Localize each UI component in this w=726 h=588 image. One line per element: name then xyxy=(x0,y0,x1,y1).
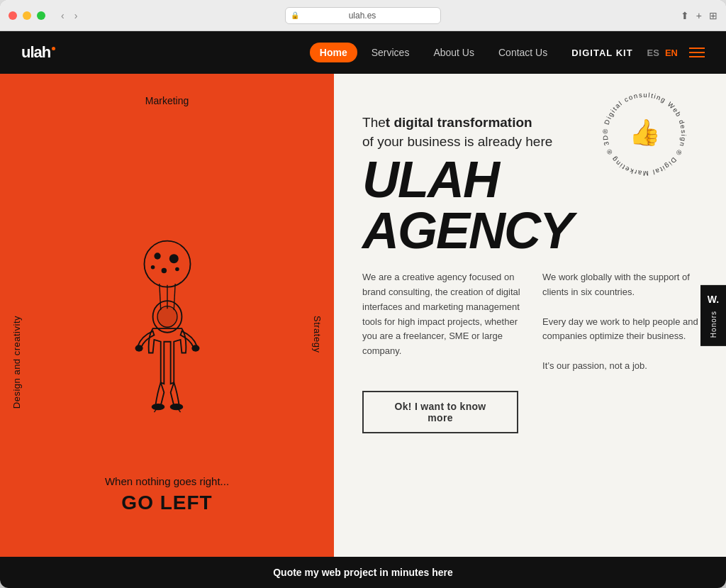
honors-text: Honors xyxy=(710,310,717,337)
main-content: Marketing Design and creativity Strategy xyxy=(0,74,726,557)
headline-normal: The xyxy=(362,115,386,130)
logo[interactable]: ulah xyxy=(21,43,55,62)
digital-kit-link[interactable]: DIGITAL KIT xyxy=(571,48,632,58)
navbar: ulah Home Services About Us Contact Us D… xyxy=(0,31,726,74)
w-letter: W. xyxy=(708,293,719,304)
svg-point-4 xyxy=(175,267,179,271)
side-w-button[interactable]: W. Honors xyxy=(700,284,726,345)
browser-window: ‹ › 🔒 ⬆ + ⊞ ulah Home Services About xyxy=(0,0,726,588)
lock-icon: 🔒 xyxy=(291,11,299,19)
new-tab-button[interactable]: + xyxy=(696,10,702,21)
svg-point-14 xyxy=(169,404,183,410)
astronaut-svg xyxy=(96,238,238,422)
nav-home[interactable]: Home xyxy=(310,43,357,62)
right-panel: 👍 ® Digital consulting Web design ® Digi… xyxy=(334,74,726,557)
minimize-button[interactable] xyxy=(23,11,31,20)
svg-point-12 xyxy=(191,345,199,351)
desc-col-1: We are a creative agency focused on bran… xyxy=(362,270,521,374)
back-button[interactable]: ‹ xyxy=(58,9,67,23)
svg-point-2 xyxy=(169,254,178,263)
hamburger-line-2 xyxy=(689,52,705,53)
left-panel: Marketing Design and creativity Strategy xyxy=(0,74,334,557)
svg-point-11 xyxy=(135,345,143,351)
nothing-goes-right: When nothing goes right... xyxy=(105,475,229,487)
logo-dot xyxy=(52,47,55,50)
nav-services[interactable]: Services xyxy=(362,43,420,62)
close-button[interactable] xyxy=(9,11,17,20)
language-switcher: ES EN xyxy=(647,48,678,58)
url-input[interactable] xyxy=(285,7,441,24)
maximize-button[interactable] xyxy=(37,11,45,20)
address-bar-container: 🔒 xyxy=(285,7,441,24)
nav-links: Home Services About Us Contact Us xyxy=(310,43,557,62)
headline-bold: t digital transformation xyxy=(386,115,532,130)
svg-line-8 xyxy=(174,284,175,310)
svg-point-13 xyxy=(151,404,164,410)
share-button[interactable]: ⬆ xyxy=(681,10,689,21)
headline-line2: of your business is already here xyxy=(362,134,552,149)
svg-point-10 xyxy=(157,306,177,327)
thumb-icon: 👍 xyxy=(629,117,661,148)
hamburger-line-1 xyxy=(689,48,705,49)
footer-bar[interactable]: Quote my web project in minutes here xyxy=(0,557,726,588)
svg-point-0 xyxy=(144,240,190,287)
nav-contact[interactable]: Contact Us xyxy=(488,43,557,62)
nav-about[interactable]: About Us xyxy=(423,43,484,62)
description-row: We are a creative agency focused on bran… xyxy=(362,270,701,374)
circular-badge: 👍 ® Digital consulting Web design ® Digi… xyxy=(598,88,683,173)
go-left-text: GO LEFT xyxy=(105,492,229,514)
titlebar: ‹ › 🔒 ⬆ + ⊞ xyxy=(0,0,726,31)
svg-point-3 xyxy=(161,267,166,272)
hamburger-menu[interactable] xyxy=(689,48,705,57)
cta-button[interactable]: Ok! I want to know more xyxy=(362,391,518,433)
browser-actions: ⬆ + ⊞ xyxy=(681,10,717,21)
svg-point-1 xyxy=(154,253,160,259)
lang-en[interactable]: EN xyxy=(665,48,678,58)
marketing-label: Marketing xyxy=(145,95,189,106)
logo-text: ulah xyxy=(21,43,50,62)
website: ulah Home Services About Us Contact Us D… xyxy=(0,31,726,588)
design-label: Design and creativity xyxy=(11,316,22,409)
strategy-label: Strategy xyxy=(312,316,323,353)
tabs-button[interactable]: ⊞ xyxy=(709,10,717,21)
lang-es[interactable]: ES xyxy=(647,48,659,58)
forward-button[interactable]: › xyxy=(72,9,81,23)
window-controls xyxy=(9,11,45,20)
svg-line-6 xyxy=(159,284,160,310)
desc-col-2: We work globally with the support of cli… xyxy=(542,270,701,374)
browser-nav: ‹ › xyxy=(58,9,80,23)
badge-svg: 👍 ® Digital consulting Web design ® Digi… xyxy=(598,88,691,180)
hamburger-line-3 xyxy=(689,56,705,57)
agency-line2: AGENCY xyxy=(362,205,701,256)
svg-point-5 xyxy=(150,265,155,270)
bottom-text: When nothing goes right... GO LEFT xyxy=(105,475,229,514)
